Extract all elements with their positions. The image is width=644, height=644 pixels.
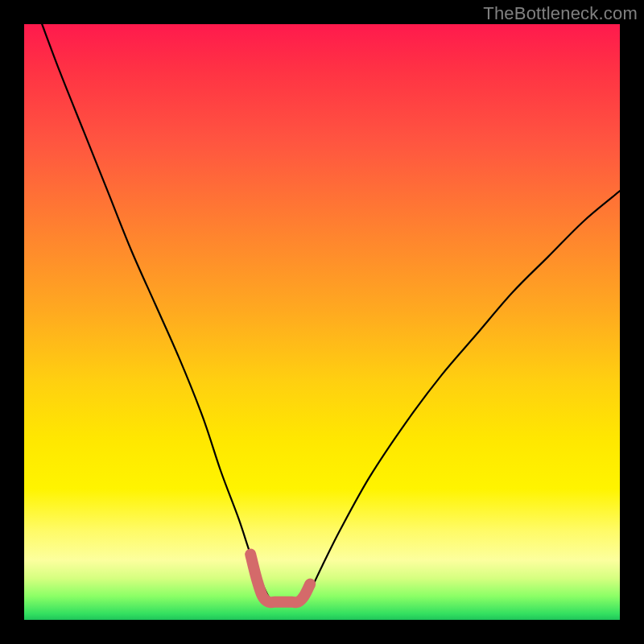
plot-area [24, 24, 620, 620]
watermark-text: TheBottleneck.com [483, 3, 638, 24]
sweet-spot-marker-line [250, 555, 310, 603]
bottleneck-curve-line [42, 24, 620, 604]
chart-svg [24, 24, 620, 620]
chart-frame: TheBottleneck.com [0, 0, 644, 644]
